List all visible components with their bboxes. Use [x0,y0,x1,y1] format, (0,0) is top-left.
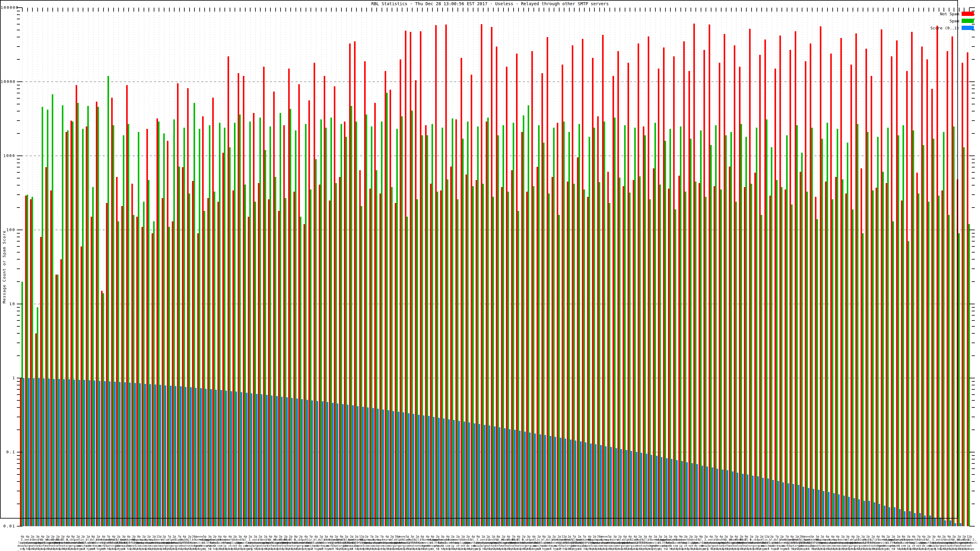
bar-spam [938,195,940,526]
x-top-tick [913,8,914,12]
x-top-tick [73,8,73,12]
x-top-tick [741,8,742,12]
bar-score [874,502,875,526]
bar-score [717,468,718,526]
x-top-tick [336,8,337,12]
x-top-tick [316,8,317,12]
bar-score [798,485,799,526]
bar-score [94,381,95,526]
x-top-tick [458,8,458,12]
x-top-tick [908,8,909,12]
x-top-tick [366,8,367,12]
x-top-tick [569,8,570,12]
y-minor-tick-right [972,343,975,343]
x-top-tick [184,8,185,12]
bar-spam [715,125,717,526]
x-top-tick [817,8,818,12]
x-top-tick [812,8,813,12]
bar-score [605,446,607,526]
bar-score [484,425,485,526]
bar-score [155,384,156,526]
bar-score [109,381,111,526]
x-top-tick [452,8,453,12]
bar-spam [867,132,869,526]
x-top-tick [442,8,443,12]
y-tick-label: 100000 [1,5,15,10]
bar-score [241,392,242,526]
x-top-tick [204,8,205,12]
y-minor-tick-right [972,104,975,105]
x-top-tick [447,8,448,12]
bar-score [423,415,425,526]
x-top-tick [959,8,959,12]
x-top-tick [767,8,767,12]
y-minor-tick-left [17,85,20,86]
y-minor-tick-left [17,241,20,241]
x-top-tick [544,8,544,12]
bar-score [575,440,576,526]
y-minor-tick-right [972,455,975,456]
bar-spam [827,123,828,526]
y-minor-tick-right [972,172,975,173]
bar-score [99,381,100,526]
bar-score [752,476,754,526]
y-minor-tick-right [972,111,975,111]
bar-score [671,459,673,526]
x-top-tick [138,8,139,12]
bar-score [53,379,55,526]
y-minor-tick-right [972,315,975,316]
bar-spam [882,172,884,526]
bar-score [560,438,562,526]
bar-spam [730,132,732,526]
bar-score [180,386,181,526]
bar-score [666,458,668,526]
y-minor-tick-right [972,417,975,417]
bar-score [727,470,728,526]
bar-score [256,394,258,526]
y-minor-tick-left [17,98,20,98]
x-top-tick [726,8,726,12]
x-top-tick [285,8,286,12]
x-top-tick [230,8,230,12]
x-top-tick [508,8,509,12]
bar-spam [847,143,848,526]
bar-spam [796,125,798,526]
y-major-tick-right [969,452,975,453]
bar-score [544,435,546,526]
x-top-tick [802,8,802,12]
x-top-tick [615,8,615,12]
y-minor-tick-left [17,194,20,195]
bar-score [418,415,420,526]
y-major-tick-left [17,452,22,453]
x-top-tick [351,8,352,12]
bar-score [535,433,536,526]
bar-spam [857,124,858,526]
x-top-tick [807,8,808,12]
legend-label-score: Score (0..1) [931,26,959,30]
y-minor-tick-left [17,185,20,186]
bar-score [33,378,35,526]
bar-score [600,445,602,526]
legend-swatch-spam [962,19,974,23]
bar-score [580,441,582,526]
legend-label-spam: Spam [950,19,959,23]
y-minor-tick-left [17,356,20,356]
x-top-tick [255,8,256,12]
x-top-tick [397,8,398,12]
x-top-tick [792,8,792,12]
bar-score [732,472,733,526]
bar-score [778,481,779,526]
legend: Not Spam Spam Score (0..1) [931,12,974,33]
y-minor-tick-right [972,307,975,308]
x-top-tick [503,8,504,12]
x-top-tick [371,8,372,12]
bar-spam [877,137,879,526]
bar-score [833,493,835,526]
y-minor-tick-right [972,503,975,504]
bar-spam [837,129,838,526]
bar-spam [756,128,757,526]
x-top-tick [559,8,560,12]
x-top-tick [128,8,129,12]
bar-spam [771,147,772,526]
x-top-tick [199,8,200,12]
